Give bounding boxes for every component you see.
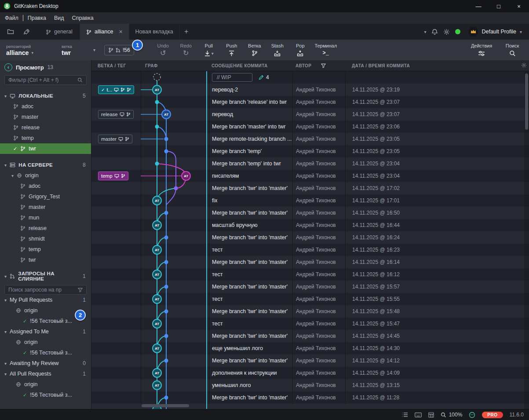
commit-row[interactable]: Merge branch 'twr' into 'master'Андрей Т… (91, 281, 529, 293)
launchpad-rocket-icon[interactable] (21, 26, 32, 37)
commit-row[interactable]: Merge branch 'twr' into 'master'Андрей Т… (91, 182, 529, 194)
sidebar-remote-branch-temp[interactable]: temp (0, 244, 91, 255)
tab-close-icon[interactable]: × (119, 28, 122, 35)
layout-grid-icon[interactable] (428, 412, 434, 418)
commit-row[interactable]: тестАндрей Тихонов14.11.2025 @ 15:55 (91, 293, 529, 305)
menu-view[interactable]: Вид (50, 12, 68, 24)
pr-group[interactable]: ▾All Pull Requests1 (0, 369, 91, 379)
sidebar-remote-origin[interactable]: ▾origin (0, 170, 91, 181)
horizontal-scrollbar-thumb[interactable] (142, 404, 189, 407)
pro-badge[interactable]: PRO (482, 412, 503, 418)
pop-button[interactable]: Pop (289, 43, 312, 57)
redo-button[interactable]: Redo ↻ (175, 43, 197, 57)
section-remote[interactable]: ▾ НА СЕРВЕРЕ 8 (0, 160, 91, 170)
sidebar-remote-branch-mun[interactable]: mun (0, 212, 91, 223)
pr-origin[interactable]: origin (0, 379, 91, 390)
author-filter-funnel-icon[interactable] (321, 63, 326, 68)
commit-row[interactable]: тестАндрей Тихонов14.11.2025 @ 16:23 (91, 244, 529, 256)
sidebar-branch-master[interactable]: master (0, 112, 91, 122)
tab-list-chevron-icon[interactable]: ▾ (424, 29, 426, 34)
filter-input[interactable] (8, 77, 75, 83)
search-button[interactable]: Поиск (501, 43, 524, 57)
sidebar-remote-branch-Grigory_Test[interactable]: Grigory_Test (0, 191, 91, 202)
actions-button[interactable]: Действия (470, 43, 493, 57)
commit-row[interactable]: fixАндрей Тихонов14.11.2025 @ 17:01 (91, 194, 529, 207)
tab-new[interactable]: Новая вкладка (129, 24, 180, 40)
notifications-bell-icon[interactable] (431, 29, 438, 35)
branch-button[interactable]: Ветка (243, 43, 266, 57)
branch-label[interactable]: temp (98, 172, 128, 180)
sidebar-remote-branch-release[interactable]: release (0, 223, 91, 234)
sidebar-remote-branch-shmidt[interactable]: shmidt (0, 234, 91, 244)
settings-gear-icon[interactable] (443, 29, 450, 35)
column-author[interactable]: АВТОР (292, 63, 345, 68)
minimize-button[interactable]: — (468, 0, 489, 12)
tab-alliance[interactable]: alliance × (80, 24, 129, 40)
commit-row[interactable]: releaseпереводАндрей Тихонов14.11.2025 @… (91, 108, 529, 121)
section-local[interactable]: ▾ ЛОКАЛЬНЫЕ 5 (0, 91, 91, 101)
branch-label[interactable]: master (98, 135, 132, 143)
commit-row[interactable]: тестАндрей Тихонов14.11.2025 @ 15:47 (91, 318, 529, 330)
tab-general[interactable]: general (40, 24, 80, 40)
vertical-scrollbar-thumb[interactable] (525, 73, 528, 130)
commit-row[interactable]: дополнения к инструкцииАндрей Тихонов14.… (91, 367, 529, 379)
branch-label-twr[interactable]: ✓t... (98, 85, 134, 94)
commit-row[interactable]: masterMerge remote-tracking branch ...Ан… (91, 133, 529, 145)
column-graph[interactable]: ГРАФ (141, 63, 209, 68)
pr-group[interactable]: ▾Assigned To Me1 (0, 326, 91, 337)
sidebar-branch-release[interactable]: release (0, 122, 91, 133)
commit-row[interactable]: Merge branch 'release' into twrАндрей Ти… (91, 96, 529, 108)
sidebar-branch-temp[interactable]: temp (0, 133, 91, 143)
commit-row[interactable]: Merge branch 'twr' into 'master'Андрей Т… (91, 305, 529, 318)
menu-help[interactable]: Справка (68, 12, 98, 24)
column-date[interactable]: ДАТА / ВРЕМЯ КОММИТА (345, 63, 529, 68)
keif-status-icon[interactable] (469, 412, 475, 418)
pr-item[interactable]: ✓!56 Тестовый з... (0, 347, 91, 358)
commit-row[interactable]: масштаб вручнуюАндрей Тихонов14.11.2025 … (91, 219, 529, 231)
commit-row[interactable]: Merge branch 'twr' into 'master'Андрей Т… (91, 354, 529, 367)
terminal-button[interactable]: Терминал >_ (312, 43, 340, 57)
wip-edit-button[interactable]: 4 (259, 74, 269, 80)
pr-origin[interactable]: origin (0, 337, 91, 347)
section-pull-requests[interactable]: ▾ ЗАПРОСЫ НА СЛИЯНИЕ 1 (0, 271, 91, 281)
pr-search-input[interactable] (8, 287, 75, 293)
wip-message-box[interactable]: // WIP (212, 73, 252, 82)
merge-request-badge[interactable]: !56 (104, 45, 134, 55)
columns-settings-gear-icon[interactable] (521, 62, 527, 68)
commit-row[interactable]: Merge branch 'master' into twrАндрей Тих… (91, 121, 529, 133)
sidebar-branch-adoc[interactable]: adoc (0, 101, 91, 112)
folder-icon[interactable] (5, 26, 16, 37)
branch-label[interactable]: release (98, 110, 134, 119)
maximize-button[interactable]: □ (489, 0, 509, 12)
commit-row[interactable]: Merge branch 'temp'Андрей Тихонов14.11.2… (91, 145, 529, 157)
filter-funnel-icon[interactable] (78, 288, 83, 292)
commit-row[interactable]: Merge branch 'twr' into 'master'Андрей Т… (91, 231, 529, 244)
column-branch-tag[interactable]: ВЕТКА / ТЕГ (91, 63, 141, 68)
keyboard-shortcuts-icon[interactable] (415, 413, 422, 417)
commit-row[interactable]: Merge branch 'twr' into 'master'Андрей Т… (91, 207, 529, 219)
commit-list-icon[interactable] (402, 412, 408, 417)
menu-edit[interactable]: Правка (24, 12, 50, 24)
branch-dropdown-chevron-icon[interactable]: ▾ (93, 47, 95, 52)
commit-row[interactable]: уменьшил логоАндрей Тихонов14.11.2025 @ … (91, 379, 529, 391)
stash-button[interactable]: Stash (266, 43, 289, 57)
sidebar-branch-twr[interactable]: ✓twr (0, 143, 91, 154)
pull-button[interactable]: Pull ▾ (197, 43, 220, 57)
menu-file[interactable]: Файл (1, 12, 22, 24)
sidebar-remote-branch-master[interactable]: master (0, 202, 91, 212)
close-button[interactable]: × (509, 0, 529, 12)
commit-row[interactable]: Merge branch 'twr' into 'master'Андрей Т… (91, 391, 529, 404)
commit-row[interactable]: тестАндрей Тихонов14.11.2025 @ 16:12 (91, 268, 529, 281)
branch-selector[interactable]: ветка twr (62, 44, 87, 56)
undo-button[interactable]: Undo ↺ (152, 43, 175, 57)
commit-row[interactable]: еще уменьшил логоАндрей Тихонов14.11.202… (91, 342, 529, 354)
new-tab-button[interactable]: + (180, 24, 193, 40)
pr-group[interactable]: ▾Awaiting My Review0 (0, 358, 91, 369)
pull-dropdown-chevron-icon[interactable]: ▾ (212, 51, 214, 56)
column-message[interactable]: СООБЩЕНИЕ КОММИТА (209, 63, 292, 68)
pr-item[interactable]: ✓!56 Тестовый з... (0, 390, 91, 400)
profile-menu[interactable]: Default Profile ▾ (466, 26, 525, 38)
commit-row[interactable]: tempписателямАндрей Тихонов14.11.2025 @ … (91, 170, 529, 182)
commit-row[interactable]: Merge branch 'twr' into 'master'Андрей Т… (91, 330, 529, 342)
commit-row[interactable]: ✓t...перевод-2Андрей Тихонов14.11.2025 @… (91, 84, 529, 96)
